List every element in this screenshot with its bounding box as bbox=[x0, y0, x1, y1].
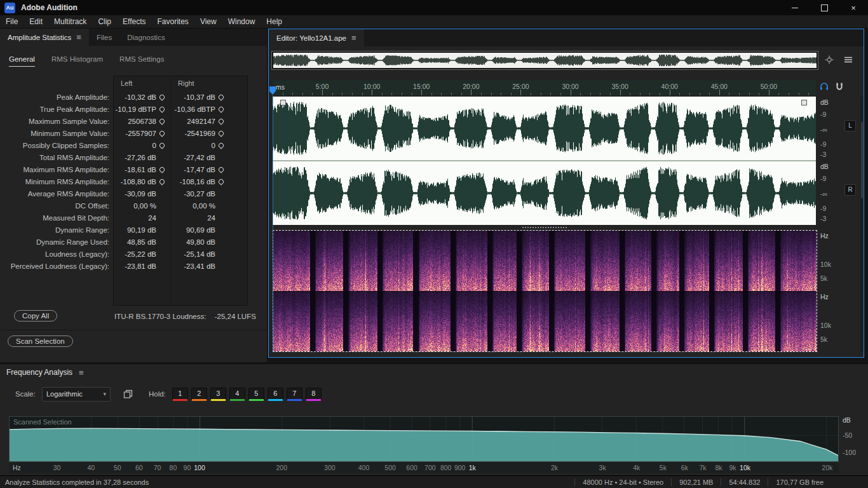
editor-panel: Editor: Yello12A1.ape ≡ ms bbox=[268, 29, 864, 358]
timeline-tick bbox=[679, 93, 680, 95]
panel-menu-icon[interactable]: ≡ bbox=[351, 33, 356, 43]
scan-selection-button[interactable]: Scan Selection bbox=[8, 336, 73, 347]
waveform-left-channel[interactable] bbox=[273, 97, 816, 160]
minimize-button[interactable] bbox=[780, 0, 810, 15]
stat-label: Maximum RMS Amplitude: bbox=[0, 166, 113, 173]
spectrogram[interactable] bbox=[273, 231, 817, 351]
panel-tab-label: Diagnostics bbox=[127, 34, 165, 41]
stat-value-right: 2492147 bbox=[167, 118, 215, 125]
close-button[interactable]: × bbox=[839, 0, 868, 15]
timeline-tick bbox=[391, 93, 392, 95]
location-pin-icon[interactable] bbox=[217, 166, 224, 173]
hold-button-1[interactable]: 1 bbox=[172, 388, 188, 401]
menu-item-edit[interactable]: Edit bbox=[24, 15, 48, 28]
timeline-tick bbox=[302, 93, 303, 95]
table-row: Loudness (Legacy):-25,22 dB-25,14 dB bbox=[0, 248, 267, 260]
timeline-ruler[interactable]: ms 5:0010:0015:0020:0025:0030:0035:0040:… bbox=[273, 80, 816, 95]
menu-item-window[interactable]: Window bbox=[222, 15, 261, 28]
panel-tab-diagnostics[interactable]: Diagnostics bbox=[119, 29, 172, 46]
panel-menu-icon[interactable]: ≡ bbox=[79, 368, 84, 377]
location-pin-icon[interactable] bbox=[158, 93, 165, 100]
waveform-right-channel[interactable] bbox=[273, 161, 816, 225]
scale-label: Scale: bbox=[15, 390, 36, 398]
ruler-corner-icons bbox=[819, 81, 844, 92]
subtab-rms-histogram[interactable]: RMS Histogram bbox=[51, 55, 103, 67]
status-format: 48000 Hz • 24-bit • Stereo bbox=[575, 478, 671, 486]
hold-button-5[interactable]: 5 bbox=[248, 388, 264, 401]
location-pin-icon[interactable] bbox=[217, 178, 224, 185]
channel-button-l[interactable]: L bbox=[844, 120, 856, 132]
status-bar: Analyze Statistics completed in 37,28 se… bbox=[0, 475, 868, 488]
display-options-icon[interactable] bbox=[843, 55, 853, 65]
stat-value-right: -23,41 dB bbox=[167, 262, 215, 270]
pin-slot bbox=[215, 95, 226, 100]
menu-item-view[interactable]: View bbox=[194, 15, 222, 28]
selection-handle-right[interactable] bbox=[801, 100, 807, 105]
location-pin-icon[interactable] bbox=[158, 178, 165, 185]
timeline-label: 10:00 bbox=[363, 83, 380, 90]
spectral-display[interactable] bbox=[273, 230, 817, 352]
db-scale-label: -∞ bbox=[820, 126, 827, 133]
hold-button-8[interactable]: 8 bbox=[306, 388, 322, 401]
db-scale-label: -9 bbox=[820, 140, 826, 148]
snapshot-icon[interactable] bbox=[123, 389, 133, 399]
hold-button-2[interactable]: 2 bbox=[191, 388, 207, 401]
scale-dropdown[interactable]: Logarithmic ▾ bbox=[42, 387, 111, 402]
amplitude-statistics-table: Left Right Peak Amplitude:-10,32 dB-10,3… bbox=[0, 76, 267, 272]
location-pin-icon[interactable] bbox=[158, 142, 165, 149]
pin-slot bbox=[215, 143, 226, 148]
hold-button-7[interactable]: 7 bbox=[287, 388, 302, 401]
channel-button-r[interactable]: R bbox=[844, 184, 856, 196]
panel-tab-files[interactable]: Files bbox=[89, 29, 119, 46]
overview-navigator[interactable] bbox=[273, 52, 817, 69]
frequency-ruler[interactable]: Hz10k5kHz10k5k bbox=[818, 230, 860, 352]
menu-item-multitrack[interactable]: Multitrack bbox=[48, 15, 92, 28]
panel-menu-icon[interactable]: ≡ bbox=[76, 32, 81, 42]
waveform-display[interactable] bbox=[273, 97, 816, 225]
table-row: Measured Bit Depth:2424 bbox=[0, 212, 267, 224]
menu-item-file[interactable]: File bbox=[0, 15, 24, 28]
location-pin-icon[interactable] bbox=[217, 130, 224, 137]
hold-button-4[interactable]: 4 bbox=[229, 388, 245, 401]
editor-tab[interactable]: Editor: Yello12A1.ape ≡ bbox=[269, 29, 364, 46]
db-scale-channel-l: dB-9-∞-9-3L bbox=[818, 97, 860, 161]
location-pin-icon[interactable] bbox=[158, 118, 165, 125]
location-pin-icon[interactable] bbox=[158, 130, 165, 137]
freq-axis-label: 80 bbox=[170, 464, 177, 471]
hold-button-3[interactable]: 3 bbox=[210, 388, 226, 401]
panel-tab-amplitude-statistics[interactable]: Amplitude Statistics≡ bbox=[0, 29, 89, 46]
timeline-tick bbox=[620, 90, 621, 95]
selection-handle-left[interactable] bbox=[280, 100, 286, 105]
hold-buttons: 12345678 bbox=[172, 388, 322, 401]
stat-label: Loudness (Legacy): bbox=[0, 250, 113, 258]
db-scale-label: dB bbox=[820, 98, 829, 106]
location-pin-icon[interactable] bbox=[217, 93, 224, 100]
maximize-button[interactable] bbox=[810, 0, 839, 15]
menu-item-effects[interactable]: Effects bbox=[117, 15, 151, 28]
location-pin-icon[interactable] bbox=[158, 166, 165, 173]
subtab-general[interactable]: General bbox=[9, 55, 35, 67]
amplitude-ruler[interactable]: dB-9-∞-9-3LdB-9-∞-9-3R bbox=[818, 97, 860, 225]
settings-knob-icon[interactable] bbox=[824, 55, 834, 65]
menu-item-help[interactable]: Help bbox=[261, 15, 288, 28]
headphones-icon[interactable] bbox=[819, 81, 829, 92]
timeline-label: 15:00 bbox=[413, 83, 430, 90]
subtab-rms-settings[interactable]: RMS Settings bbox=[119, 55, 164, 67]
location-pin-icon[interactable] bbox=[217, 142, 224, 149]
location-pin-icon[interactable] bbox=[217, 105, 224, 112]
freq-axis-label: 50 bbox=[114, 464, 121, 471]
menu-item-favorites[interactable]: Favorites bbox=[152, 15, 194, 28]
vertical-zoom-strip[interactable] bbox=[860, 97, 864, 352]
stat-label: Peak Amplitude: bbox=[0, 93, 113, 101]
status-duration: 54:44.832 bbox=[721, 478, 768, 486]
copy-all-button[interactable]: Copy All bbox=[14, 310, 57, 322]
scroll-thumb[interactable] bbox=[861, 122, 863, 198]
waveform-spectral-splitter[interactable] bbox=[273, 225, 816, 230]
pin-slot bbox=[215, 119, 226, 124]
location-pin-icon[interactable] bbox=[217, 118, 224, 125]
pin-slot bbox=[215, 107, 226, 112]
hold-button-6[interactable]: 6 bbox=[268, 388, 283, 401]
snapping-magnet-icon[interactable] bbox=[834, 81, 844, 92]
location-pin-icon[interactable] bbox=[158, 105, 165, 112]
menu-item-clip[interactable]: Clip bbox=[92, 15, 117, 28]
